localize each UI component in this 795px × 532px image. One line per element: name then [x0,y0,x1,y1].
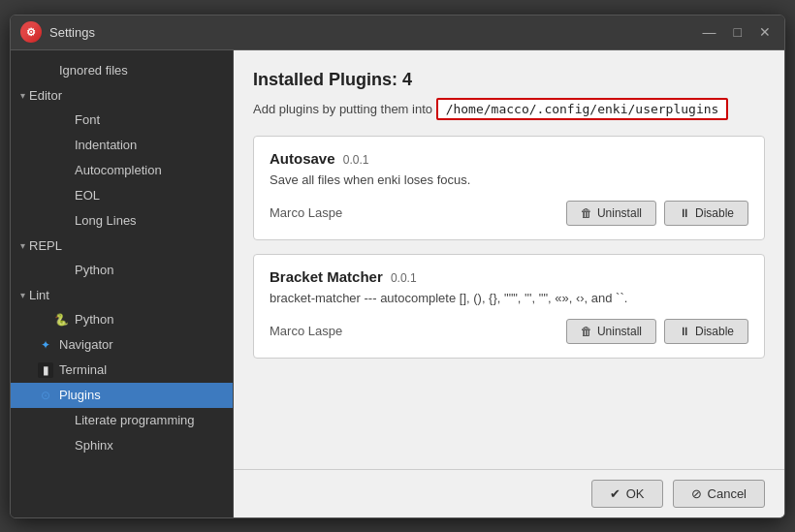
sidebar-group-label-text: Lint [29,288,49,302]
terminal-icon: ▮ [38,362,53,378]
sidebar-item-font[interactable]: Font [11,108,233,133]
sidebar-item-sphinx[interactable]: Sphinx [11,433,233,458]
bottom-bar: ✔ OK ⊘ Cancel [234,469,784,517]
titlebar-controls: — □ ✕ [699,23,775,41]
sidebar-group-repl[interactable]: ▾ REPL [11,234,233,258]
navigator-icon: ✦ [38,337,53,353]
sidebar-item-navigator[interactable]: ✦ Navigator [11,332,233,358]
eol-icon [53,188,69,203]
sidebar-item-label: Indentation [75,138,137,152]
sidebar-item-label: Long Lines [75,213,137,228]
close-button[interactable]: ✕ [755,23,775,41]
sidebar: Ignored files ▾ Editor Font Indentation … [11,50,234,517]
pause-icon: ⏸ [679,206,690,220]
sidebar-item-repl-python[interactable]: Python [11,258,233,283]
plugin-actions-bracket-matcher: 🗑 Uninstall ⏸ Disable [566,319,748,344]
minimize-button[interactable]: — [699,23,720,41]
sidebar-item-label: Font [75,112,100,127]
sidebar-item-plugins[interactable]: ⊙ Plugins [11,383,233,408]
window-title: Settings [49,25,95,40]
cancel-button[interactable]: ⊘ Cancel [673,480,765,508]
sidebar-item-indentation[interactable]: Indentation [11,133,233,158]
sphinx-icon [53,438,69,454]
cancel-circle-icon: ⊘ [691,486,702,501]
pause-icon: ⏸ [679,325,690,338]
sidebar-group-label-text: REPL [29,238,62,253]
chevron-down-icon: ▾ [20,240,25,251]
ok-check-icon: ✔ [610,486,620,501]
plugin-version-autosave: 0.0.1 [343,153,369,167]
maximize-button[interactable]: □ [730,23,746,41]
chevron-down-icon: ▾ [20,290,25,300]
plugin-author-autosave: Marco Laspe [270,205,342,220]
sidebar-item-label: Sphinx [75,438,113,453]
ignored-files-icon [38,63,53,78]
uninstall-bracket-matcher-button[interactable]: 🗑 Uninstall [566,319,656,344]
python-colored-icon: 🐍 [53,312,69,328]
disable-autosave-button[interactable]: ⏸ Disable [664,201,748,226]
sidebar-item-literate-programming[interactable]: Literate programming [11,408,233,433]
titlebar: ⚙ Settings — □ ✕ [11,16,784,50]
sidebar-group-lint[interactable]: ▾ Lint [11,283,233,307]
plugin-name-autosave: Autosave 0.0.1 [270,150,748,167]
plugin-actions-autosave: 🗑 Uninstall ⏸ Disable [566,201,748,226]
sidebar-item-eol[interactable]: EOL [11,183,233,208]
sidebar-group-label-text: Editor [29,88,62,103]
page-title: Installed Plugins: 4 [253,70,765,90]
sidebar-item-lint-python[interactable]: 🐍 Python [11,307,233,332]
plugins-icon: ⊙ [38,388,53,403]
sidebar-item-label: Literate programming [75,413,195,427]
autocompletion-icon [53,163,69,178]
content-area: Installed Plugins: 4 Add plugins by putt… [234,50,784,517]
plugin-version-bracket-matcher: 0.0.1 [391,271,417,285]
titlebar-left: ⚙ Settings [20,21,95,43]
sidebar-item-label: Terminal [59,362,107,377]
plugin-footer-autosave: Marco Laspe 🗑 Uninstall ⏸ Disable [270,201,748,226]
main-area: Ignored files ▾ Editor Font Indentation … [11,50,784,517]
sidebar-item-label: Autocompletion [75,163,162,177]
sidebar-item-label: Plugins [59,388,101,402]
plugin-desc-bracket-matcher: bracket-matcher --- autocomplete [], (),… [270,291,748,305]
plugin-path: /home/macco/.config/enki/userplugins [436,98,729,120]
settings-window: ⚙ Settings — □ ✕ Ignored files ▾ Editor … [10,15,785,518]
long-lines-icon [53,213,69,229]
chevron-down-icon: ▾ [20,90,25,101]
path-instruction: Add plugins by putting them into /home/m… [253,98,765,120]
uninstall-autosave-button[interactable]: 🗑 Uninstall [566,201,656,226]
ok-button[interactable]: ✔ OK [591,480,663,508]
indentation-icon [53,138,69,153]
sidebar-item-label: Ignored files [59,63,128,78]
plugin-card-autosave: Autosave 0.0.1 Save all files when enki … [253,136,765,240]
literate-programming-icon [53,413,69,428]
sidebar-item-label: EOL [75,188,100,203]
font-icon [53,112,69,128]
plugin-desc-autosave: Save all files when enki loses focus. [270,172,748,187]
trash-icon: 🗑 [581,206,592,220]
sidebar-item-label: Python [75,263,113,277]
sidebar-item-label: Navigator [59,337,113,352]
sidebar-group-editor[interactable]: ▾ Editor [11,83,233,108]
sidebar-item-ignored-files[interactable]: Ignored files [11,58,233,83]
plugin-card-bracket-matcher: Bracket Matcher 0.0.1 bracket-matcher --… [253,254,765,359]
sidebar-item-long-lines[interactable]: Long Lines [11,208,233,234]
plugin-footer-bracket-matcher: Marco Laspe 🗑 Uninstall ⏸ Disable [270,319,748,344]
instruction-prefix-text: Add plugins by putting them into [253,102,432,116]
sidebar-item-label: Python [75,312,113,327]
disable-bracket-matcher-button[interactable]: ⏸ Disable [664,319,748,344]
sidebar-item-autocompletion[interactable]: Autocompletion [11,158,233,183]
trash-icon: 🗑 [581,325,592,338]
content-inner: Installed Plugins: 4 Add plugins by putt… [234,50,784,469]
plugin-name-bracket-matcher: Bracket Matcher 0.0.1 [270,268,748,285]
app-icon: ⚙ [20,21,42,43]
plugin-author-bracket-matcher: Marco Laspe [270,324,342,338]
sidebar-item-terminal[interactable]: ▮ Terminal [11,358,233,383]
python-icon [53,263,69,278]
